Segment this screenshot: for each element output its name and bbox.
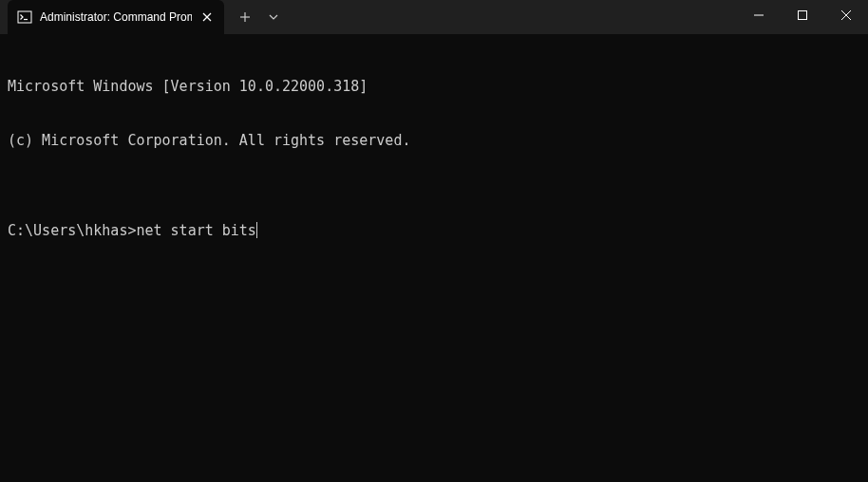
- tab-title: Administrator: Command Promp: [40, 10, 192, 24]
- prompt-path: C:\Users\hkhas>: [8, 222, 136, 240]
- tab-active[interactable]: Administrator: Command Promp: [8, 0, 224, 34]
- close-window-button[interactable]: [824, 0, 868, 30]
- terminal-output[interactable]: Microsoft Windows [Version 10.0.22000.31…: [0, 34, 868, 266]
- version-line: Microsoft Windows [Version 10.0.22000.31…: [8, 78, 860, 96]
- tab-dropdown-button[interactable]: [260, 2, 287, 32]
- prompt-line: C:\Users\hkhas>net start bits: [8, 222, 860, 240]
- titlebar: Administrator: Command Promp: [0, 0, 868, 34]
- command-prompt-icon: [17, 9, 32, 25]
- new-tab-button[interactable]: [230, 2, 260, 32]
- window-controls: [737, 0, 868, 30]
- tabs-area: Administrator: Command Promp: [0, 0, 287, 34]
- copyright-line: (c) Microsoft Corporation. All rights re…: [8, 132, 860, 150]
- maximize-button[interactable]: [781, 0, 824, 30]
- svg-rect-7: [799, 11, 807, 20]
- tab-close-button[interactable]: [199, 9, 215, 25]
- text-cursor: [256, 222, 258, 238]
- typed-command: net start bits: [136, 222, 255, 240]
- svg-rect-0: [18, 11, 31, 23]
- minimize-button[interactable]: [737, 0, 781, 30]
